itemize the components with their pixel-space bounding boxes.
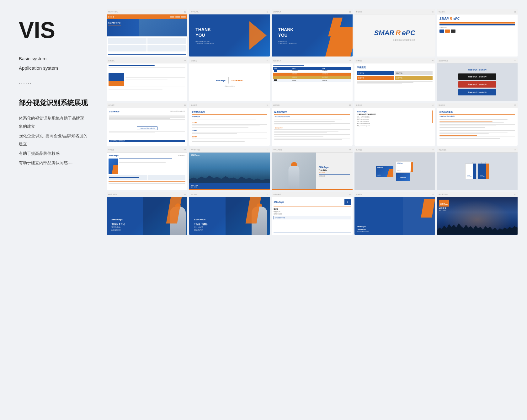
slide-2-1[interactable]: 应用规范 06 (107, 58, 187, 101)
slide-2-1-body (107, 63, 187, 101)
slide-5-2-body: SMARepc This Title 设计与制造副标题内容 (189, 197, 270, 235)
sidebar-dots: ...... (19, 79, 88, 86)
sidebar: VIS Basic system Application system ....… (0, 0, 100, 420)
slide-4-1[interactable]: PPT模板 16 SMARepc PPT模板设计 (107, 148, 187, 190)
sidebar-title: VIS (19, 19, 88, 41)
slide-3-4[interactable]: 联系信息 14 SMARepc 上海智马电力工程有限公司 地址：上海市浦东新区 … (354, 103, 435, 146)
slide-4-3[interactable]: PPT工人封面 18 SMARepc This Title 设计与制造 副标题内… (272, 148, 352, 190)
slide-2-5[interactable]: 企业名称规范 10 上海智马电力工程有限公司 上海智马电力工程有限公司 上海智马… (437, 58, 518, 101)
slide-4-1-body: SMARepc PPT模板设计 (107, 153, 187, 190)
slide-4-4-body: SMARepc 姓名 职位 SMARepc 联系方式 SMARepc (354, 153, 435, 190)
slide-3-5-body: 联系方式规范 上海智马电力工程有限公司 (437, 108, 518, 146)
slide-3-3[interactable]: 规范说明 13 应用规范说明 · 标准应用说明文字示例展示 · 重要提示内容 (272, 103, 352, 146)
slide-5-4[interactable]: 年报封面 24 SMARepc OVERLOAD 年度报告 Annual Rep… (354, 192, 435, 235)
slide-1-3[interactable]: 演示结束页 03 THANKYOU 感谢您的关注上海智马电力工程有限公司 (272, 9, 352, 57)
slide-5-3[interactable]: 邀请函规范 23 SMARepc 邀 邀请函 尊敬的客户：诚挚邀请您参加 活动信… (272, 192, 352, 235)
slide-2-5-body: 上海智马电力工程有限公司 上海智马电力工程有限公司 上海智马电力工程有限公司 上… (437, 63, 518, 101)
slide-3-5[interactable]: 详细联系 15 联系方式规范 上海智马电力工程有限公司 (437, 103, 518, 146)
slide-5-2[interactable]: PPT封面2 22 SMARepc This Title 设计与制造副标题内容 (189, 192, 270, 235)
slide-3-1[interactable]: 信件规范 11 SMARepc 上海智马电力工程有限公司 上海智马电力工程有限公… (107, 103, 187, 146)
slide-4-5[interactable]: 手提袋规范 20 SMARepc (437, 148, 518, 190)
slide-1-4-body: SMARRePC 上海智马电力工程有限公司 (354, 14, 435, 57)
main-content: 网站设计规范 01 SMARRePC (100, 0, 527, 420)
slide-2-4[interactable]: 字体规范 09 字体规范 主要字体 辅助字体 标题字体 正文字体 (354, 58, 435, 101)
slide-2-3[interactable]: 色彩规范表 08 色彩 CMYK RGB (272, 58, 352, 101)
slide-1-1[interactable]: 网站设计规范 01 SMARRePC (107, 9, 187, 57)
slide-1-2-body: THANKYOU 感谢您的关注与支持上海智马电力工程有限公司 (189, 14, 270, 57)
slide-1-5-body: SMARRePC 品牌色彩规范 (437, 14, 518, 57)
slide-2-3-body: 色彩 CMYK RGB 100/72/0/20 26/79/160 (272, 63, 352, 101)
slide-5-3-body: SMARepc 邀 邀请函 尊敬的客户：诚挚邀请您参加 活动信息文字内容 (272, 197, 352, 235)
slide-4-2[interactable]: PPT城市封面 17 SMARepc This Title 设计与制造 (189, 148, 270, 190)
slide-4-4[interactable]: 名片规范 19 SMARepc 姓名 职位 SMARepc 联系方式 (354, 148, 435, 190)
slide-1-5[interactable]: 标志色彩 05 SMARRePC 品牌色彩规范 (437, 9, 518, 57)
slide-4-5-body: SMARepc SMARepc (437, 153, 518, 190)
slide-1-4[interactable]: 标志展示 04 SMARRePC 上海智马电力工程有限公司 (354, 9, 435, 57)
slide-4-3-body: SMARepc This Title 设计与制造 副标题内容 (272, 153, 352, 190)
sidebar-desc-4: 有助于建立内部品牌认同感...... (19, 159, 88, 167)
slide-3-4-body: SMARepc 上海智马电力工程有限公司 地址：上海市浦东新区 电话：021-X… (354, 108, 435, 146)
sidebar-desc-3: 有助于提高品牌信赖感 (19, 149, 88, 158)
slide-5-4-body: SMARepc OVERLOAD 年度报告 Annual Report (354, 197, 435, 235)
slide-4-2-body: SMARepc This Title 设计与制造 (189, 153, 270, 190)
slide-5-1-body: SMARepc This Title 设计与制造副标题内容 (107, 197, 187, 235)
slide-3-3-body: 应用规范说明 · 标准应用说明文字示例展示 · 重要提示内容 (272, 108, 352, 146)
slide-2-4-body: 字体规范 主要字体 辅助字体 标题字体 正文字体 (354, 63, 435, 101)
sidebar-desc-1: 体系化的视觉识别系统有助于品牌形象的建立 (19, 114, 88, 131)
sidebar-desc-2: 强化企业识别, 提高企业/品牌知名度的建立 (19, 132, 88, 148)
slides-grid: 网站设计规范 01 SMARRePC (107, 9, 518, 235)
slide-2-2-body: SMARepc SMARRePC 品牌联合标志规范 (189, 63, 270, 101)
sidebar-nav-application: Application system (19, 63, 88, 73)
slide-3-2[interactable]: 文件规范 12 文件格式规范 · 标准文件头部 · 正文规范 · 页脚规范 · … (189, 103, 270, 146)
slide-5-1[interactable]: PPT蓝色封面 21 SMARepc This Title 设计与制造副标题内容 (107, 192, 187, 235)
slide-3-1-body: SMARepc 上海智马电力工程有限公司 上海智马电力工程有限公司 上海智马电力… (107, 108, 187, 146)
slide-5-5[interactable]: 城市夜景封面 25 SMARepc 城市夜景 建设工程项目 (437, 192, 518, 235)
slide-5-5-body: SMARepc 城市夜景 建设工程项目 (437, 197, 518, 235)
slide-3-2-body: 文件格式规范 · 标准文件头部 · 正文规范 · 页脚规范 · 附件规范 (189, 108, 270, 146)
slide-1-1-body: SMARRePC (107, 14, 187, 57)
sidebar-section-title: 部分视觉识别系统展现 (19, 98, 88, 108)
sidebar-nav: Basic system Application system (19, 54, 88, 73)
slide-2-2[interactable]: 联合标志 07 SMARepc SMARRePC 品牌联合标志规范 (189, 58, 270, 101)
sidebar-nav-basic: Basic system (19, 54, 88, 63)
slide-1-3-body: THANKYOU 感谢您的关注上海智马电力工程有限公司 (272, 14, 352, 57)
slide-1-2[interactable]: 演示结束页 02 THANKYOU 感谢您的关注与支持上海智马电力工程有限公司 (189, 9, 270, 57)
